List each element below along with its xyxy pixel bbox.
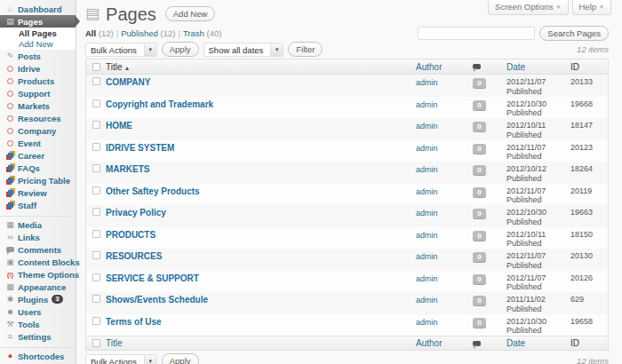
- row-checkbox[interactable]: [92, 143, 100, 151]
- author-link[interactable]: admin: [416, 274, 438, 283]
- author-link[interactable]: admin: [416, 122, 438, 131]
- page-title-link[interactable]: Privacy Policy: [106, 208, 166, 218]
- screen-options-tab[interactable]: Screen Options ▼: [488, 0, 568, 15]
- comment-count-badge[interactable]: 0: [473, 165, 486, 175]
- column-header-author[interactable]: Author: [416, 62, 442, 72]
- sidebar-item-event[interactable]: Event: [0, 137, 76, 149]
- row-checkbox[interactable]: [92, 208, 100, 216]
- column-footer-title[interactable]: Title: [106, 338, 123, 348]
- page-title-link[interactable]: RESOURCES: [106, 251, 162, 261]
- view-filter-all[interactable]: All (12): [85, 28, 114, 38]
- sidebar-item-plugins[interactable]: ✱Plugins3: [0, 293, 76, 305]
- comment-count-badge[interactable]: 0: [473, 144, 486, 154]
- author-link[interactable]: admin: [416, 78, 438, 87]
- bulk-actions-select[interactable]: Bulk Actions ▼: [85, 43, 157, 57]
- row-checkbox[interactable]: [92, 164, 100, 172]
- sidebar-item-links[interactable]: ∞Links: [0, 231, 76, 243]
- sidebar-item-products[interactable]: Products: [0, 75, 76, 87]
- search-input[interactable]: [418, 27, 535, 40]
- page-title-link[interactable]: HOME: [106, 121, 132, 131]
- row-date: 2012/10/11: [506, 121, 570, 131]
- page-title-link[interactable]: Copyright and Trademark: [106, 99, 213, 109]
- bulk-actions-select-bottom[interactable]: Bulk Actions ▼: [85, 354, 157, 364]
- comment-count-badge[interactable]: 0: [473, 231, 486, 241]
- author-link[interactable]: admin: [416, 231, 438, 240]
- sidebar-item-shortcodes[interactable]: ●Shortcodes: [0, 350, 76, 362]
- author-link[interactable]: admin: [416, 209, 438, 218]
- column-footer-author[interactable]: Author: [416, 338, 442, 348]
- comment-count-badge[interactable]: 0: [473, 252, 486, 262]
- comment-count-badge[interactable]: 0: [473, 122, 486, 131]
- sidebar-item-resources[interactable]: Resources: [0, 112, 76, 124]
- row-checkbox[interactable]: [92, 295, 100, 303]
- view-filter-published[interactable]: Published (12): [121, 28, 175, 38]
- apply-button-bottom[interactable]: Apply: [162, 353, 199, 364]
- comment-count-badge[interactable]: 0: [473, 78, 486, 88]
- comment-count-badge[interactable]: 0: [473, 100, 486, 110]
- page-title-link[interactable]: Other Saftey Products: [106, 186, 200, 196]
- page-title-link[interactable]: PRODUCTS: [106, 230, 156, 240]
- sidebar-item-content-blocks[interactable]: ▣Content Blocks: [0, 256, 76, 268]
- row-checkbox[interactable]: [92, 77, 100, 85]
- column-footer-date[interactable]: Date: [506, 338, 525, 348]
- settings-icon: ≡: [4, 333, 16, 341]
- help-tab[interactable]: Help ▼: [572, 0, 612, 15]
- row-checkbox[interactable]: [92, 273, 100, 281]
- sidebar-item-markets[interactable]: Markets: [0, 99, 76, 112]
- sidebar-item-appearance[interactable]: ▩Appearance: [0, 281, 76, 293]
- author-link[interactable]: admin: [416, 252, 438, 261]
- sidebar-item-support[interactable]: Support: [0, 87, 76, 99]
- comment-count-badge[interactable]: 0: [473, 296, 486, 305]
- dates-filter-select[interactable]: Show all dates ▼: [203, 43, 284, 57]
- select-all-checkbox[interactable]: [92, 339, 100, 347]
- sidebar-item-career[interactable]: Career: [0, 149, 76, 162]
- author-link[interactable]: admin: [416, 318, 438, 327]
- page-title-link[interactable]: IDRIVE SYSTEM: [106, 143, 174, 153]
- sidebar-item-review[interactable]: Review: [0, 186, 76, 199]
- author-link[interactable]: admin: [416, 187, 438, 196]
- author-link[interactable]: admin: [416, 165, 438, 174]
- sidebar-item-idrive[interactable]: Idrive: [0, 62, 76, 75]
- row-checkbox[interactable]: [92, 317, 100, 325]
- sidebar-item-tools[interactable]: ⚒Tools: [0, 318, 76, 330]
- page-title-link[interactable]: SERVICE & SUPPORT: [106, 273, 199, 283]
- row-checkbox[interactable]: [92, 230, 100, 238]
- sidebar-item-all-pages[interactable]: All Pages: [0, 28, 76, 39]
- column-header-date[interactable]: Date: [506, 62, 525, 72]
- sidebar-item-posts[interactable]: ✎Posts: [0, 50, 76, 62]
- sidebar-item-dashboard[interactable]: ⌂Dashboard: [0, 3, 76, 15]
- sidebar-item-pages[interactable]: ▤Pages: [0, 15, 76, 28]
- comment-count-badge[interactable]: 0: [473, 274, 486, 284]
- sidebar-item-settings[interactable]: ≡Settings: [0, 330, 76, 343]
- search-pages-button[interactable]: Search Pages: [539, 26, 609, 41]
- sidebar-item-users[interactable]: ☻Users: [0, 305, 76, 318]
- comment-count-badge[interactable]: 0: [473, 209, 486, 218]
- add-new-button[interactable]: Add New: [165, 6, 216, 21]
- row-checkbox[interactable]: [92, 251, 100, 259]
- author-link[interactable]: admin: [416, 296, 438, 305]
- view-filter-trash[interactable]: Trash (40): [183, 28, 221, 38]
- column-header-title[interactable]: Title: [106, 62, 123, 72]
- page-title-link[interactable]: COMPANY: [106, 77, 150, 87]
- comment-count-badge[interactable]: 0: [473, 187, 486, 197]
- row-checkbox[interactable]: [92, 121, 100, 129]
- row-checkbox[interactable]: [92, 99, 100, 107]
- comment-count-badge[interactable]: 0: [473, 318, 486, 328]
- author-link[interactable]: admin: [416, 100, 438, 109]
- page-title-link[interactable]: MARKETS: [106, 164, 149, 174]
- apply-button[interactable]: Apply: [162, 42, 199, 57]
- sidebar-item-faqs[interactable]: FAQs: [0, 162, 76, 174]
- sidebar-item-staff[interactable]: Staff: [0, 199, 76, 211]
- sidebar-item-company[interactable]: Company: [0, 124, 76, 137]
- row-checkbox[interactable]: [92, 186, 100, 194]
- page-title-link[interactable]: Shows/Events Schedule: [106, 295, 208, 305]
- sidebar-item-media[interactable]: ▦Media: [0, 218, 76, 231]
- select-all-checkbox[interactable]: [92, 63, 100, 71]
- sidebar-item-add-new[interactable]: Add New: [0, 39, 76, 51]
- sidebar-item-theme-options[interactable]: (!)Theme Options: [0, 268, 76, 281]
- page-title-link[interactable]: Terms of Use: [106, 317, 162, 327]
- sidebar-item-comments[interactable]: Comments: [0, 243, 76, 256]
- sidebar-item-pricing-table[interactable]: Pricing Table: [0, 174, 76, 186]
- author-link[interactable]: admin: [416, 144, 438, 153]
- filter-button[interactable]: Filter: [288, 42, 323, 57]
